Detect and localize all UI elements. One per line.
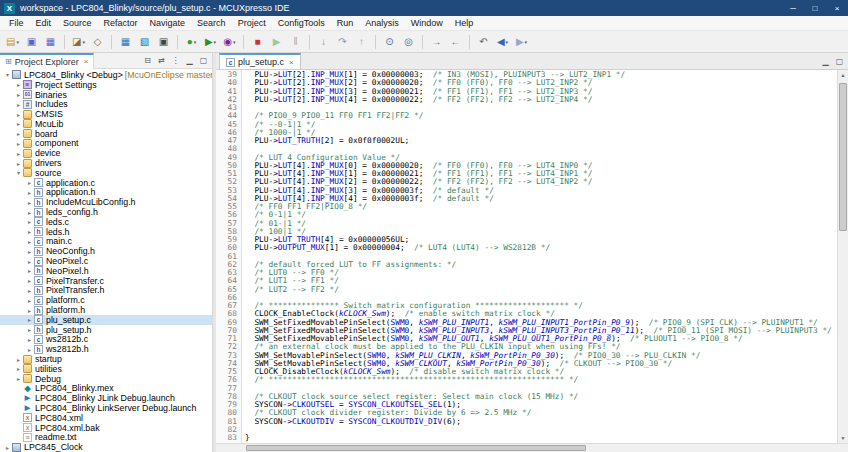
tree-item-cmsis[interactable]: ▸CMSIS [0, 109, 212, 119]
menu-file[interactable]: File [3, 16, 30, 30]
collapse-all-icon[interactable]: ⊟ [142, 56, 153, 65]
code-line-81[interactable]: SYSCON->CLKOUTDIV = SYSCON_CLKOUTDIV_DIV… [245, 418, 837, 426]
code-line-44[interactable]: /* PIO0_9 PIO0_11 FF0 FF1 FF2|FF2 */ [245, 112, 837, 120]
code-line-55[interactable]: /* FF0 FF1 FF2|PIO0_8 */ [245, 203, 837, 211]
tree-item-lpc804-blinky-mex[interactable]: ◆LPC804_Blinky.mex [0, 384, 212, 394]
run-button[interactable]: ▶▾ [202, 33, 219, 51]
tree-item-lpc804-xml-bak[interactable]: xLPC804.xml.bak [0, 423, 212, 433]
back-button[interactable]: ◀▾ [494, 33, 511, 51]
tree-item-leds-c[interactable]: ▸cleds.c [0, 217, 212, 227]
gui-flash-tool-button[interactable]: ▧ [136, 33, 153, 51]
tree-item-ws2812b-h[interactable]: ▸hws2812b.h [0, 344, 212, 354]
horizontal-scrollbar[interactable] [216, 443, 848, 452]
code-line-82[interactable] [245, 426, 837, 434]
expander-icon[interactable]: ▸ [25, 228, 34, 235]
tree-item-drivers[interactable]: ▸drivers [0, 158, 212, 168]
tree-item-ws2812b-c[interactable]: ▸cws2812b.c [0, 335, 212, 345]
tab-project-explorer[interactable]: ⊞ Project Explorer × [0, 53, 94, 69]
code-line-57[interactable]: /* 01-|1 */ [245, 220, 837, 228]
expander-icon[interactable]: ▸ [25, 179, 34, 186]
profile-button[interactable]: ◉▾ [221, 33, 238, 51]
tree-item-utilities[interactable]: ▸utilities [0, 364, 212, 374]
expander-icon[interactable]: ▸ [25, 218, 34, 225]
expander-icon[interactable]: ▸ [14, 130, 23, 137]
expander-icon[interactable]: ▸ [14, 375, 23, 382]
menu-refactor[interactable]: Refactor [98, 16, 144, 30]
code-line-76[interactable]: /* *************************************… [245, 376, 837, 384]
tree-item-leds-config-h[interactable]: ▸hleds_config.h [0, 207, 212, 217]
expander-icon[interactable]: ▸ [25, 307, 34, 314]
tree-item-neopixel-h[interactable]: ▸hNeoPixel.h [0, 266, 212, 276]
tree-item-project-settings[interactable]: ▸≡Project Settings [0, 80, 212, 90]
tab-plu-setup-c[interactable]: c plu_setup.c × [219, 53, 301, 69]
tree-item-pixeltransfer-c[interactable]: ▸cPixelTransfer.c [0, 276, 212, 286]
close-button[interactable]: × [826, 0, 848, 16]
step-into-button[interactable]: ↓ [315, 33, 332, 51]
code-view[interactable]: PLU->LUT[2].INP_MUX[1] = 0x00000003; /* … [242, 70, 837, 443]
terminate-button[interactable]: ■ [249, 33, 266, 51]
resume-button[interactable]: ▶ [268, 33, 285, 51]
tree-item-source[interactable]: ▾source [0, 168, 212, 178]
tree-item-includes[interactable]: ▸#Includes [0, 99, 212, 109]
menu-search[interactable]: Search [191, 16, 232, 30]
link-with-editor-icon[interactable]: ⇄ [156, 56, 167, 65]
vertical-scroll-thumb[interactable] [839, 83, 847, 231]
expander-icon[interactable]: ▸ [3, 444, 12, 451]
tree-item-lpc804-xml[interactable]: xLPC804.xml [0, 413, 212, 423]
expander-icon[interactable]: ▸ [25, 238, 34, 245]
minimize-editor-icon[interactable]: ▁ [820, 57, 831, 66]
expander-icon[interactable]: ▸ [25, 248, 34, 255]
expander-icon[interactable]: ▸ [14, 160, 23, 167]
expander-icon[interactable]: ▾ [14, 169, 23, 176]
previous-annotation-button[interactable]: ← [447, 33, 464, 51]
expander-icon[interactable]: ▸ [14, 140, 23, 147]
search-button[interactable]: ⊙ [381, 33, 398, 51]
tree-item-lpc804-blinky-linkserver-debug-launch[interactable]: ▶LPC804_Blinky LinkServer Debug.launch [0, 403, 212, 413]
tree-item-lpc804-blinky-jlink-debug-launch[interactable]: ▶LPC804_Blinky JLink Debug.launch [0, 393, 212, 403]
tree-item-application-h[interactable]: ▸happlication.h [0, 188, 212, 198]
debug-button[interactable]: ●▾ [183, 33, 200, 51]
expander-icon[interactable]: ▾ [3, 71, 12, 78]
expander-icon[interactable]: ▸ [25, 189, 34, 196]
expander-icon[interactable]: ▸ [25, 258, 34, 265]
tree-item-main-c[interactable]: ▸cmain.c [0, 237, 212, 247]
expander-icon[interactable]: ▸ [14, 356, 23, 363]
menu-navigate[interactable]: Navigate [144, 16, 192, 30]
tree-item-plu-setup-c[interactable]: ▸cplu_setup.c [0, 315, 212, 325]
tree-item-readme-txt[interactable]: ≡readme.txt [0, 432, 212, 442]
expander-icon[interactable]: ▸ [25, 267, 34, 274]
tree-item-lpc804-blinky-debug[interactable]: ▾LPC804_Blinky <Debug>[McuOnEclipse mast… [0, 70, 212, 80]
maximize-editor-icon[interactable]: ▢ [834, 57, 845, 66]
code-line-60[interactable]: PLU->OUTPUT_MUX[1] = 0x00000004; /* LUT4… [245, 244, 837, 252]
build-hammer-button[interactable]: ◪▾ [70, 33, 87, 51]
tree-item-plu-setup-h[interactable]: ▸hplu_setup.h [0, 325, 212, 335]
expander-icon[interactable]: ▸ [14, 91, 23, 98]
menu-help[interactable]: Help [449, 16, 480, 30]
menu-source[interactable]: Source [57, 16, 98, 30]
expander-icon[interactable]: ▸ [25, 297, 34, 304]
open-element-button[interactable]: ◎ [400, 33, 417, 51]
menu-project[interactable]: Project [232, 16, 272, 30]
code-line-42[interactable]: PLU->LUT[2].INP_MUX[4] = 0x00000022; /* … [245, 96, 837, 104]
scroll-up-icon[interactable]: ▲ [838, 70, 848, 80]
maximize-button[interactable]: □ [804, 0, 826, 16]
tree-item-neopixel-c[interactable]: ▸cNeoPixel.c [0, 256, 212, 266]
tree-item-pixeltransfer-h[interactable]: ▸hPixelTransfer.h [0, 286, 212, 296]
expander-icon[interactable]: ▸ [14, 150, 23, 157]
maximize-view-icon[interactable]: ▢ [198, 56, 209, 65]
code-line-65[interactable]: /* LUT2 --> FF2 */ [245, 286, 837, 294]
minimize-view-icon[interactable]: ▁ [184, 56, 195, 65]
step-over-button[interactable]: ↷ [334, 33, 351, 51]
terminal-button[interactable]: ▣ [155, 33, 172, 51]
expander-icon[interactable]: ▸ [25, 316, 34, 323]
tree-item-debug[interactable]: ▸Debug [0, 374, 212, 384]
expander-icon[interactable]: ▸ [14, 120, 23, 127]
step-return-button[interactable]: ↑ [353, 33, 370, 51]
expander-icon[interactable]: ▸ [25, 346, 34, 353]
tree-item-lpc845-clock[interactable]: ▸LPC845_Clock [0, 442, 212, 452]
code-line-45[interactable]: /* --0-1|1 */ [245, 121, 837, 129]
expander-icon[interactable]: ▸ [25, 209, 34, 216]
menu-analysis[interactable]: Analysis [359, 16, 405, 30]
tree-item-leds-h[interactable]: ▸hleds.h [0, 227, 212, 237]
save-button[interactable]: ▣ [23, 33, 40, 51]
